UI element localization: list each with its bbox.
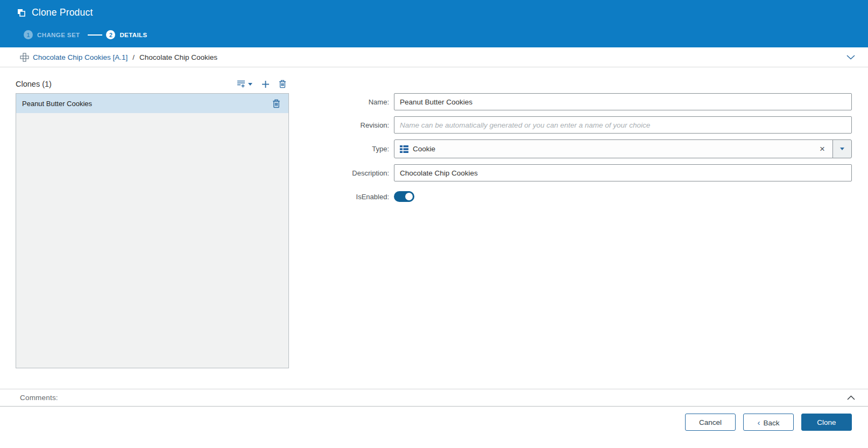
breadcrumb: Chocolate Chip Cookies [A.1] / Chocolate… (0, 47, 868, 67)
clone-name-label: Peanut Butter Cookies (22, 100, 271, 108)
add-clone-button[interactable] (261, 80, 270, 89)
breadcrumb-collapse-button[interactable] (845, 54, 856, 61)
delete-all-clones-button[interactable] (278, 79, 287, 89)
name-label: Name: (328, 98, 394, 106)
step-2-number: 2 (106, 30, 115, 39)
clone-product-dialog: Clone Product 1 CHANGE SET 2 DETAILS Cho… (0, 0, 868, 448)
chevron-up-icon (847, 395, 855, 400)
item-type-icon (400, 145, 408, 153)
clones-list: Peanut Butter Cookies (16, 93, 289, 368)
comments-expand-button[interactable] (846, 394, 856, 401)
details-form: Name: Revision: Type: Cookie (328, 93, 852, 208)
add-from-list-button[interactable] (236, 79, 253, 89)
dialog-footer: Cancel ‹Back Clone (0, 407, 868, 448)
cancel-label: Cancel (699, 418, 722, 426)
breadcrumb-link[interactable]: Chocolate Chip Cookies [A.1] (33, 53, 128, 61)
cancel-button[interactable]: Cancel (685, 414, 736, 431)
chevron-left-icon: ‹ (757, 418, 760, 427)
toggle-knob (405, 193, 413, 200)
clone-label: Clone (817, 418, 836, 426)
comments-bar: Comments: (0, 389, 868, 407)
add-list-icon (237, 80, 246, 88)
list-item[interactable]: Peanut Butter Cookies (16, 94, 288, 113)
wizard-steps: 1 CHANGE SET 2 DETAILS (24, 30, 147, 39)
chevron-down-icon (846, 55, 855, 60)
type-label: Type: (328, 145, 394, 153)
trash-icon (279, 80, 286, 88)
product-structure-icon (20, 53, 29, 62)
caret-down-icon (840, 148, 844, 150)
clear-x-icon: × (820, 144, 825, 154)
comments-label: Comments: (20, 394, 58, 402)
back-label: Back (763, 419, 779, 427)
name-input[interactable] (394, 93, 852, 110)
is-enabled-label: IsEnabled: (328, 193, 394, 201)
dialog-header: Clone Product 1 CHANGE SET 2 DETAILS (0, 0, 868, 47)
step-1-label: CHANGE SET (37, 32, 80, 38)
is-enabled-toggle[interactable] (394, 191, 414, 202)
revision-input[interactable] (394, 116, 852, 134)
caret-down-icon (248, 83, 252, 86)
revision-label: Revision: (328, 121, 394, 129)
description-input[interactable] (394, 164, 852, 181)
step-2-label: DETAILS (119, 32, 147, 38)
step-1-number: 1 (24, 30, 33, 39)
type-value: Cookie (413, 145, 435, 153)
back-button[interactable]: ‹Back (743, 414, 794, 431)
type-combo[interactable]: Cookie × (394, 139, 833, 158)
type-clear-button[interactable]: × (817, 144, 827, 153)
clones-panel: Clones (1) (16, 78, 289, 368)
clone-button[interactable]: Clone (801, 414, 852, 431)
delete-clone-button[interactable] (271, 98, 281, 109)
step-change-set[interactable]: 1 CHANGE SET (24, 30, 80, 39)
breadcrumb-current: Chocolate Chip Cookies (139, 53, 217, 61)
clone-product-icon (16, 8, 26, 18)
plus-icon (262, 80, 270, 88)
page-title: Clone Product (32, 7, 93, 18)
step-connector (88, 34, 102, 36)
breadcrumb-separator: / (132, 53, 135, 61)
clones-panel-title: Clones (1) (16, 80, 52, 88)
type-dropdown-button[interactable] (832, 139, 852, 158)
step-details[interactable]: 2 DETAILS (106, 30, 147, 39)
description-label: Description: (328, 169, 394, 177)
trash-icon (272, 99, 280, 108)
